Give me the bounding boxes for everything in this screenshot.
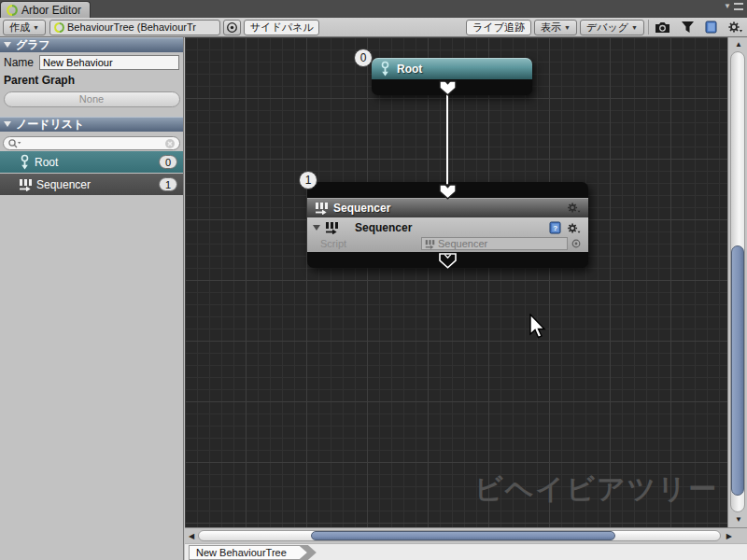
graph-selector[interactable]: BehaviourTree (BehaviourTr [49, 20, 220, 35]
ping-icon [226, 21, 238, 34]
window-tab-bar: Arbor Editor ▼ [0, 0, 747, 18]
nodelist-item-root[interactable]: Root 0 [0, 151, 183, 173]
behaviour-title: Sequencer [355, 221, 412, 234]
breadcrumb[interactable]: New BehaviourTree [189, 545, 317, 560]
nodelist-section-header[interactable]: ノードリスト [0, 117, 183, 132]
scroll-right-arrow[interactable]: ▶ [726, 533, 732, 540]
foldout-triangle-icon[interactable] [313, 225, 320, 231]
behaviour-panel: Sequencer ? Script [307, 217, 588, 252]
sequencer-input-connector[interactable] [439, 184, 457, 200]
sequencer-node-title: Sequencer [333, 202, 390, 215]
breadcrumb-bar: New BehaviourTree [185, 543, 747, 560]
horizontal-scroll-thumb[interactable] [311, 531, 615, 540]
arbor-logo-icon [7, 5, 18, 16]
breadcrumb-label: New BehaviourTree [190, 546, 307, 559]
sequencer-output-connector[interactable] [439, 253, 457, 269]
nodelist-item-label: Sequencer [36, 178, 91, 191]
settings-gear-icon[interactable] [727, 21, 742, 34]
book-icon[interactable] [705, 21, 717, 34]
vertical-scrollbar: ▲ ▼ [727, 37, 747, 527]
clear-search-icon[interactable] [164, 138, 176, 149]
graph-section-header[interactable]: グラフ [0, 37, 183, 52]
sequencer-node-header[interactable]: Sequencer [307, 198, 588, 217]
graph-name-input[interactable] [39, 55, 179, 70]
root-node-title: Root [397, 63, 422, 76]
name-label: Name [4, 56, 39, 69]
main-toolbar: 作成▼ BehaviourTree (BehaviourTr サイドパネル ライ… [0, 18, 747, 37]
mouse-cursor [529, 314, 546, 341]
sequencer-icon [325, 221, 339, 234]
foldout-triangle-icon [4, 42, 11, 48]
root-node-badge: 0 [354, 49, 373, 67]
root-pin-icon [19, 154, 31, 170]
graph-canvas[interactable]: 0 Root 1 Sequencer [185, 37, 727, 527]
dropdown-arrow-icon: ▼ [564, 24, 571, 31]
vertical-scroll-track[interactable] [730, 51, 745, 512]
root-output-connector[interactable] [439, 80, 457, 96]
sequencer-icon [425, 239, 435, 249]
scroll-up-arrow[interactable]: ▲ [735, 41, 742, 49]
parent-graph-button[interactable]: None [4, 91, 180, 107]
filter-icon[interactable] [681, 21, 695, 34]
node-settings-gear-icon[interactable] [566, 202, 581, 214]
script-object-field[interactable]: Sequencer [421, 237, 568, 250]
node-id-badge: 1 [159, 177, 177, 191]
vertical-scroll-thumb[interactable] [731, 245, 744, 496]
ping-graph-button[interactable] [223, 20, 241, 35]
debug-dropdown[interactable]: デバッグ▼ [580, 20, 644, 35]
behaviour-gear-icon[interactable] [566, 222, 581, 234]
panel-menu-icon[interactable]: ▼ [724, 2, 743, 10]
nodelist-item-label: Root [35, 156, 58, 169]
camera-icon[interactable] [655, 21, 670, 34]
scroll-left-arrow[interactable]: ◀ [189, 533, 194, 540]
tab-arbor-editor[interactable]: Arbor Editor [0, 1, 91, 18]
object-picker-icon[interactable] [571, 239, 581, 248]
node-connection-line [446, 91, 448, 187]
root-pin-icon [379, 61, 391, 77]
dropdown-arrow-icon: ▼ [33, 24, 39, 31]
arbor-editor-window: Arbor Editor ▼ 作成▼ BehaviourTree (Behavi… [0, 0, 747, 560]
live-tracking-toggle[interactable]: ライブ追跡 [466, 20, 531, 35]
root-node-header[interactable]: Root [372, 58, 532, 79]
arbor-logo-icon [54, 22, 64, 33]
node-id-badge: 0 [159, 155, 177, 169]
node-search-box [3, 136, 180, 150]
horizontal-scroll-track[interactable] [198, 530, 721, 541]
search-input[interactable] [24, 138, 162, 149]
script-label: Script [313, 238, 417, 249]
toolbar-separator [648, 20, 649, 35]
scroll-down-arrow[interactable]: ▼ [735, 516, 742, 524]
parent-graph-label: Parent Graph [4, 74, 179, 87]
help-book-icon[interactable]: ? [549, 221, 561, 234]
sidepanel-toggle[interactable]: サイドパネル [244, 20, 320, 35]
sequencer-node-badge: 1 [299, 171, 317, 189]
watermark-text: ビヘイビアツリー [474, 470, 718, 509]
sequencer-icon [19, 178, 33, 191]
nodelist-item-sequencer[interactable]: Sequencer 1 [0, 174, 183, 195]
sequencer-icon [315, 202, 329, 215]
svg-text:?: ? [553, 224, 557, 232]
search-icon[interactable] [7, 138, 21, 149]
dropdown-arrow-icon: ▼ [631, 24, 638, 31]
script-value: Sequencer [438, 238, 487, 249]
horizontal-scrollbar: ◀ ▶ [185, 527, 747, 543]
side-panel: グラフ Name Parent Graph None ノードリスト Root [0, 37, 184, 560]
foldout-triangle-icon [4, 121, 11, 127]
view-dropdown[interactable]: 表示▼ [534, 20, 577, 35]
create-button[interactable]: 作成▼ [3, 20, 46, 35]
window-title: Arbor Editor [21, 4, 81, 17]
